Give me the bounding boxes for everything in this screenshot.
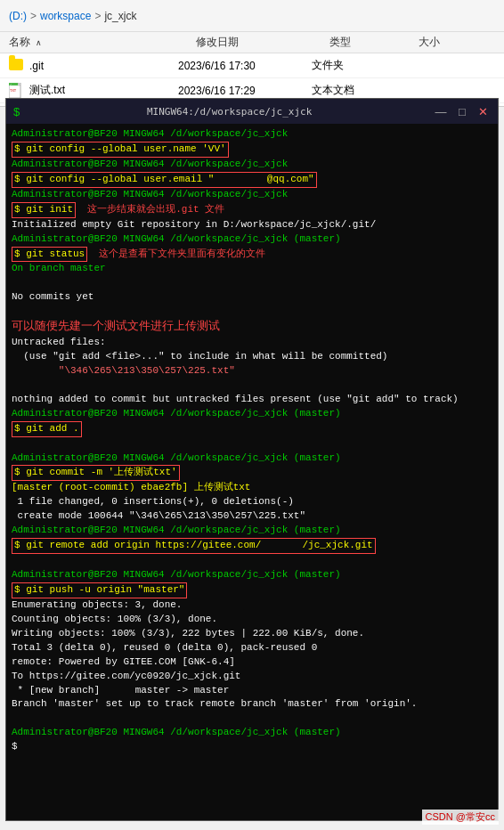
prompt-2: Administrator@BF20 MINGW64 /d/workspace/… <box>12 159 288 169</box>
file-date-txt: 2023/6/16 17:29 <box>178 85 312 97</box>
cmd-git-init: $ git init <box>12 202 76 218</box>
sort-icon: ∧ <box>36 38 42 47</box>
cmd-git-push: $ git push -u origin "master" <box>12 582 187 598</box>
col-name-header[interactable]: 名称 ∧ <box>0 35 196 50</box>
col-date-header[interactable]: 修改日期 <box>196 35 329 50</box>
output-nothing-added: nothing added to commit but untracked fi… <box>12 394 459 404</box>
terminal-window: $ MINGW64:/d/workspace/jc_xjck — □ ✕ Adm… <box>5 98 499 821</box>
file-type-txt: 文本文档 <box>312 83 401 98</box>
breadcrumb-folder: jc_xjck <box>104 10 136 22</box>
breadcrumb-sep1: > <box>30 10 37 22</box>
prompt-final: Administrator@BF20 MINGW64 /d/workspace/… <box>12 727 341 737</box>
watermark: CSDN @常安cc <box>422 810 499 825</box>
breadcrumb-workspace[interactable]: workspace <box>40 10 91 22</box>
breadcrumb: (D:) > workspace > jc_xjck <box>0 0 504 32</box>
maximize-button[interactable]: □ <box>455 105 469 118</box>
output-untracked-file: "\346\265\213\350\257\225.txt" <box>12 365 235 376</box>
annotation-git-status: 这个是查看下文件夹里面有变化的文件 <box>87 248 265 259</box>
terminal-title-text: MINGW64:/d/workspace/jc_xjck <box>147 106 312 118</box>
terminal-body[interactable]: Administrator@BF20 MINGW64 /d/workspace/… <box>6 124 498 820</box>
svg-text:✓: ✓ <box>10 83 12 86</box>
output-new-branch: * [new branch] master -> master <box>12 685 229 696</box>
cmd-git-config-email: $ git config --global user.email " @qq.c… <box>12 172 317 188</box>
file-name-txt: TXT ✓ 测试.txt <box>0 83 178 99</box>
prompt-4: Administrator@BF20 MINGW64 /d/workspace/… <box>12 233 341 244</box>
cmd-git-status: $ git status <box>12 247 87 263</box>
txt-file-icon: TXT ✓ <box>9 83 23 99</box>
file-type-git: 文件夹 <box>312 58 401 73</box>
output-remote: remote: Powered by GITEE.COM [GNK-6.4] <box>12 656 235 667</box>
terminal-title-icon: $ <box>13 105 20 118</box>
cmd-git-remote: $ git remote add origin https://gitee.co… <box>12 538 376 554</box>
output-commit-stats: 1 file changed, 0 insertions(+), 0 delet… <box>12 496 294 507</box>
breadcrumb-sep2: > <box>94 10 101 22</box>
svg-text:TXT: TXT <box>10 88 17 93</box>
folder-icon <box>9 59 23 70</box>
explorer-header: 名称 ∧ 修改日期 类型 大小 <box>0 32 504 53</box>
cmd-git-config-name: $ git config --global user.name 'VV' <box>12 142 229 158</box>
output-git-init: Initialized empty Git repository in D:/w… <box>12 219 376 230</box>
output-counting: Counting objects: 100% (3/3), done. <box>12 614 217 624</box>
close-button[interactable]: ✕ <box>476 105 491 118</box>
prompt-1: Administrator@BF20 MINGW64 /d/workspace/… <box>12 128 288 139</box>
output-writing: Writing objects: 100% (3/3), 222 bytes |… <box>12 628 364 639</box>
output-untracked: Untracked files: <box>12 337 106 347</box>
output-commit-file: create mode 100644 "\346\265\213\350\257… <box>12 510 305 521</box>
output-tracking: Branch 'master' set up to track remote b… <box>12 698 417 709</box>
minimize-button[interactable]: — <box>434 105 448 118</box>
cmd-git-commit: $ git commit -m '上传测试txt' <box>12 465 180 481</box>
file-explorer: (D:) > workspace > jc_xjck 名称 ∧ 修改日期 类型 … <box>0 0 504 107</box>
breadcrumb-drive[interactable]: (D:) <box>9 10 27 22</box>
terminal-controls: — □ ✕ <box>434 105 491 118</box>
output-no-commits: No commits yet <box>12 291 93 302</box>
file-row-git[interactable]: .git 2023/6/16 17:30 文件夹 <box>0 53 504 78</box>
prompt-8: Administrator@BF20 MINGW64 /d/workspace/… <box>12 569 341 580</box>
output-commit-hash: [master (root-commit) ebae2fb] 上传测试txt <box>12 482 250 492</box>
prompt-6: Administrator@BF20 MINGW64 /d/workspace/… <box>12 452 341 463</box>
cursor-prompt: $ <box>12 741 23 752</box>
file-date-git: 2023/6/16 17:30 <box>178 60 312 72</box>
output-enum: Enumerating objects: 3, done. <box>12 599 182 610</box>
annotation-test-file: 可以随便先建一个测试文件进行上传测试 <box>12 320 220 333</box>
output-untracked-hint: (use "git add <file>..." to include in w… <box>12 351 387 362</box>
output-total: Total 3 (delta 0), reused 0 (delta 0), p… <box>12 642 317 653</box>
annotation-git-init: 这一步结束就会出现.git 文件 <box>76 204 224 215</box>
cmd-git-add: $ git add . <box>12 421 82 437</box>
prompt-5: Administrator@BF20 MINGW64 /d/workspace/… <box>12 408 341 419</box>
prompt-3: Administrator@BF20 MINGW64 /d/workspace/… <box>12 189 288 199</box>
output-branch: On branch master <box>12 263 106 273</box>
prompt-7: Administrator@BF20 MINGW64 /d/workspace/… <box>12 525 341 535</box>
file-name-git: .git <box>0 59 178 73</box>
col-type-header[interactable]: 类型 <box>329 35 419 50</box>
col-size-header[interactable]: 大小 <box>419 35 490 50</box>
terminal-titlebar: $ MINGW64:/d/workspace/jc_xjck — □ ✕ <box>6 99 498 124</box>
output-to-url: To https://gitee.com/yc0920/jc_xjck.git <box>12 671 240 681</box>
